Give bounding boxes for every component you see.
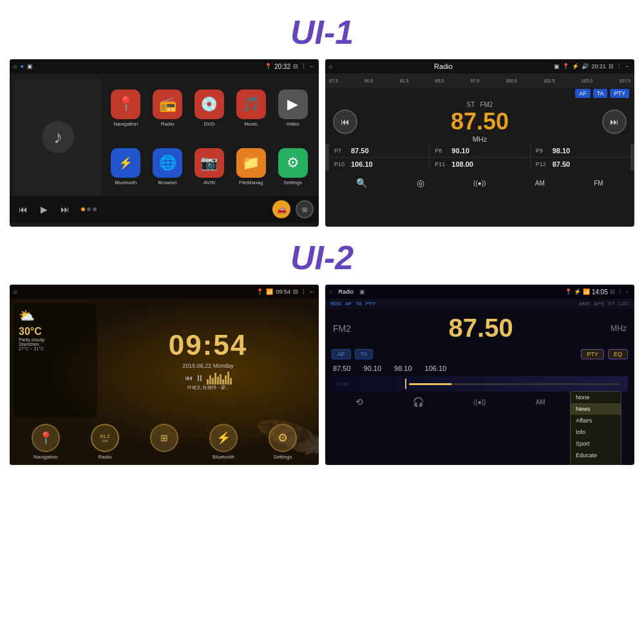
bt-icon: ⚡ (111, 148, 140, 178)
ui1-row: ⌂ ✦ ▣ 📍 20:32 ⊟ ⋮ ← ♪ 📍 Navigat (10, 59, 634, 227)
ui2-location-icon: 📍 (256, 289, 263, 295)
ui2-app-radio[interactable]: 91.2 FM Radio (91, 424, 119, 464)
play-btn[interactable]: ▶ (37, 203, 52, 216)
radio-freq-info: ST FM2 87.50 MHz (364, 101, 596, 143)
ui2-home-icon[interactable]: ⌂ (14, 289, 17, 295)
preset-p7[interactable]: P7 87.50 (329, 144, 429, 157)
ui2-back-icon[interactable]: ← (309, 289, 315, 295)
pty-info[interactable]: Info (571, 426, 621, 438)
ta-tag[interactable]: TA (593, 89, 608, 98)
pty-drama[interactable]: Drama (571, 461, 621, 465)
preset-p11[interactable]: P11 108.00 (430, 158, 529, 171)
ui2-bt-icon: ⚡ (209, 424, 238, 452)
ui2-freq-slider[interactable]: 87.00 (332, 376, 628, 392)
rds-bar: RDS AF TA PTY AMS APS ST LOC (325, 299, 634, 308)
pause-btn[interactable]: ⏸ (195, 373, 204, 383)
ui2-preset-3[interactable]: 98.10 (394, 365, 412, 372)
ui2-pty-btn[interactable]: PTY (581, 349, 604, 359)
ui2-eq-btn[interactable]: EQ (608, 349, 628, 359)
pty-sport[interactable]: Sport (571, 438, 621, 450)
weather-widget: ⛅ 30°C Partly cloudy Shenzhen 27°C ~ 31°… (14, 303, 97, 417)
ui2-am-label[interactable]: AM (536, 399, 545, 406)
equalizer-icon[interactable]: ◎ (417, 178, 424, 188)
app-settings[interactable]: ⚙ Settings (272, 137, 314, 196)
ui2-headphone-icon[interactable]: 🎧 (413, 397, 424, 407)
af-tag[interactable]: AF (575, 89, 591, 98)
preset-p10[interactable]: P10 106.10 (329, 158, 429, 171)
ui2-af-btn[interactable]: AF (332, 349, 351, 359)
app-dvd-label: DVD (204, 121, 215, 127)
st-tag: ST (608, 301, 614, 307)
preset-freq-11: 108.00 (451, 160, 473, 168)
ui2-radio-dock: ⊟ (610, 289, 615, 295)
pty-affairs[interactable]: Affairs (571, 415, 621, 426)
pty-educate[interactable]: Educate (571, 450, 621, 461)
app-music[interactable]: 🎵 Music (230, 79, 272, 137)
radio-st-label: ST (467, 101, 475, 108)
ui2-preset-1[interactable]: 87.50 (333, 365, 351, 372)
prev-track[interactable]: ⏮ (185, 374, 193, 383)
menu-icon[interactable]: ⋮ (301, 63, 307, 70)
app-avin[interactable]: 📷 AVIN (189, 137, 231, 196)
prev-station-btn[interactable]: ⏮ (333, 109, 357, 134)
app-dvd[interactable]: 💿 DVD (189, 79, 231, 137)
ui2-zoom-icon[interactable]: ⟲ (355, 397, 363, 407)
pty-none[interactable]: None (571, 392, 621, 403)
weather-range: 27°C ~ 31°C (19, 346, 92, 351)
app-radio[interactable]: 📻 Radio (147, 79, 189, 137)
preset-p9[interactable]: P9 98.10 (531, 144, 630, 157)
app-navigation[interactable]: 📍 Navigation (105, 79, 147, 137)
settings-icon: ⚙ (278, 148, 308, 178)
app-settings-label: Settings (283, 180, 302, 185)
pty-tag[interactable]: PTY (610, 89, 629, 98)
ui2-signal-icon[interactable]: ((●)) (473, 399, 486, 406)
aps-tag: APS (594, 301, 604, 307)
ui2-app-dotgrid[interactable]: ⊞ (150, 424, 178, 464)
am-label[interactable]: AM (535, 180, 545, 187)
ui2-menu-icon[interactable]: ⋮ (301, 289, 307, 295)
ui2-radio-bticon: ⚡ (574, 289, 581, 295)
ui2-radio-back[interactable]: ← (625, 289, 630, 295)
zoom-icon[interactable]: 🔍 (356, 178, 367, 188)
ui2-app-settings[interactable]: ⚙ Settings (269, 424, 297, 464)
freq-1025: 102.5 (544, 79, 555, 83)
pty-news[interactable]: News (571, 403, 621, 415)
ui2-app-bluetooth[interactable]: ⚡ Bluetooth (209, 424, 238, 464)
radio-back-icon[interactable]: ← (625, 63, 630, 70)
next-station-btn[interactable]: ⏭ (602, 109, 627, 134)
ui2-app-navigation[interactable]: 📍 Navigation (32, 424, 60, 464)
app-video[interactable]: ▶ Video (272, 79, 314, 137)
controls-btn[interactable]: ⊞ (296, 200, 314, 218)
ui2-radio-menu[interactable]: ⋮ (617, 289, 623, 295)
freq-105: 105.0 (582, 79, 593, 83)
app-browser[interactable]: 🌐 Browser (147, 137, 189, 196)
app-filemanag[interactable]: 📁 FileManag (230, 137, 272, 196)
radio-unit: MHz (473, 135, 488, 143)
weather-icon: ⛅ (19, 308, 35, 323)
loc-tag: LOC (619, 301, 629, 307)
ui2-preset-2[interactable]: 90.10 (364, 365, 382, 372)
music-player[interactable]: ♪ (15, 79, 101, 196)
radio-home-icon[interactable]: ⌂ (329, 63, 332, 70)
signal-icon[interactable]: ((●)) (473, 180, 486, 187)
ui2-preset-4[interactable]: 106.10 (425, 365, 447, 372)
next-btn[interactable]: ⏭ (57, 203, 73, 216)
equalizer-btn[interactable]: 🚗 (272, 200, 290, 218)
ui2-ta-btn[interactable]: TA (355, 349, 374, 359)
app-bluetooth[interactable]: ⚡ Bluetooth (105, 137, 147, 196)
fm-label[interactable]: FM (594, 180, 603, 187)
preset-p8[interactable]: P8 90.10 (430, 144, 529, 157)
prev-btn[interactable]: ⏮ (15, 203, 32, 216)
back-icon[interactable]: ← (309, 63, 315, 70)
radio-menu-icon[interactable]: ⋮ (616, 63, 622, 70)
ams-tag: AMS (579, 301, 590, 307)
ui2-radio-home[interactable]: ⌂ (329, 289, 332, 295)
location-icon: 📍 (265, 63, 272, 70)
home-icon[interactable]: ⌂ (14, 63, 17, 70)
preset-p12[interactable]: P12 87.50 (531, 158, 630, 171)
ui2-nav-label: Navigation (33, 454, 58, 460)
preset-num-10: P10 (334, 161, 347, 167)
ui1-bottom-bar: ⏮ ▶ ⏭ 🚗 ⊞ (10, 196, 319, 223)
pty-dropdown[interactable]: None News Affairs Info Sport Educate Dra… (570, 391, 621, 465)
status-time: 20:32 (274, 63, 290, 70)
